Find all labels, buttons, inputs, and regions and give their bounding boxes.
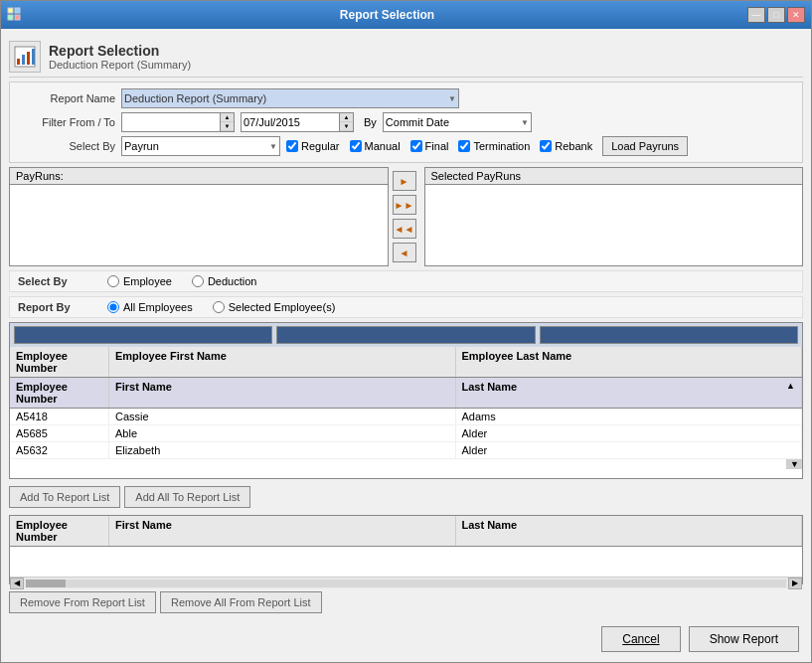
deduction-radio[interactable] — [192, 275, 204, 287]
report-table-header: Employee Number First Name Last Name — [10, 516, 802, 547]
emp-first-cell: Elizabeth — [109, 442, 456, 458]
move-right-one-button[interactable]: ► — [393, 171, 416, 191]
emp-first-cell: Able — [109, 425, 456, 441]
selected-employees-radio[interactable] — [213, 301, 225, 313]
emp-num-cell: A5632 — [10, 442, 109, 458]
final-label: Final — [425, 140, 449, 152]
filter-to-group: ▲ ▼ — [241, 112, 354, 132]
report-list-table: Employee Number First Name Last Name ◀ ▶ — [9, 515, 803, 584]
employee-number-search[interactable] — [14, 326, 272, 344]
minimize-button[interactable]: — — [747, 7, 765, 23]
regular-checkbox[interactable] — [286, 140, 298, 152]
all-employees-label: All Employees — [123, 301, 193, 313]
payruns-body[interactable] — [10, 185, 388, 260]
final-checkbox[interactable] — [410, 140, 422, 152]
scrollbar-track[interactable] — [26, 580, 786, 587]
termination-checkbox[interactable] — [458, 140, 470, 152]
select-by-value: Payrun — [124, 140, 159, 152]
employee-table-body[interactable]: A5418 Cassie Adams A5685 Able Alder A563… — [10, 409, 802, 478]
date-to-spinner[interactable]: ▲ ▼ — [340, 112, 354, 132]
emp-first-sub-header: First Name — [109, 378, 456, 408]
filter-from-group: ▲ ▼ — [121, 112, 235, 132]
manual-label: Manual — [365, 140, 401, 152]
filter-label: Filter From / To — [16, 116, 115, 128]
emp-num-cell: A5418 — [10, 409, 109, 424]
table-row[interactable]: A5418 Cassie Adams — [10, 409, 802, 425]
remove-all-from-report-button[interactable]: Remove All From Report List — [160, 591, 322, 613]
select-by-arrow-icon: ▼ — [269, 142, 277, 151]
all-employees-radio[interactable] — [107, 301, 119, 313]
selected-payruns-body[interactable] — [425, 185, 803, 260]
svg-rect-5 — [17, 59, 20, 65]
select-by-label: Select By — [16, 140, 115, 152]
maximize-button[interactable]: □ — [767, 7, 785, 23]
filter-to-input[interactable] — [241, 112, 340, 132]
scroll-down-icon[interactable]: ▼ — [786, 459, 802, 469]
report-by-label: Report By — [18, 301, 87, 313]
employee-number-header: Employee Number — [10, 347, 109, 377]
filter-from-input[interactable] — [121, 112, 221, 132]
by-label: By — [364, 116, 377, 128]
report-scrollbar: ◀ ▶ — [10, 577, 802, 588]
scrollbar-thumb — [26, 580, 66, 587]
spin-down-icon[interactable]: ▼ — [221, 122, 234, 131]
report-list-body[interactable] — [10, 547, 802, 577]
main-window: Report Selection — □ ✕ Report Selection … — [0, 0, 812, 663]
table-row[interactable]: A5632 Elizabeth Alder — [10, 442, 802, 459]
employee-first-search[interactable] — [276, 326, 535, 344]
svg-rect-8 — [32, 49, 35, 65]
employee-table: Employee Number Employee First Name Empl… — [9, 322, 803, 479]
load-payruns-button[interactable]: Load Payruns — [602, 136, 688, 156]
table-row[interactable]: A5685 Able Alder — [10, 425, 802, 442]
report-name-label: Report Name — [16, 92, 115, 104]
scroll-left-button[interactable]: ◀ — [10, 578, 24, 589]
manual-checkbox-item: Manual — [350, 140, 401, 152]
header-text: Report Selection Deduction Report (Summa… — [49, 43, 191, 71]
rebank-checkbox[interactable] — [540, 140, 552, 152]
remove-buttons-row: Remove From Report List Remove All From … — [9, 588, 803, 616]
commit-date-dropdown[interactable]: Commit Date ▼ — [383, 112, 532, 132]
emp-num-cell: A5685 — [10, 425, 109, 441]
emp-first-cell: Cassie — [109, 409, 456, 424]
emp-num-sub-header: Employee Number — [10, 378, 109, 408]
report-icon — [9, 41, 41, 73]
spin-to-down-icon[interactable]: ▼ — [340, 122, 353, 131]
window-controls: — □ ✕ — [747, 7, 805, 23]
add-all-to-report-button[interactable]: Add All To Report List — [124, 486, 250, 508]
move-left-all-button[interactable]: ◄◄ — [393, 219, 416, 239]
svg-rect-0 — [8, 8, 13, 13]
deduction-radio-item: Deduction — [192, 275, 257, 287]
manual-checkbox[interactable] — [350, 140, 362, 152]
scroll-right-button[interactable]: ▶ — [788, 578, 802, 589]
show-report-button[interactable]: Show Report — [689, 626, 799, 652]
all-employees-radio-item: All Employees — [107, 301, 193, 313]
report-name-dropdown[interactable]: Deduction Report (Summary) ▼ — [121, 88, 459, 108]
svg-rect-1 — [15, 8, 20, 13]
employee-search-row — [10, 323, 802, 347]
emp-last-sub-header: Last Name ▲ — [456, 378, 803, 408]
cancel-button[interactable]: Cancel — [601, 626, 680, 652]
close-button[interactable]: ✕ — [787, 7, 805, 23]
employee-last-header: Employee Last Name — [456, 347, 803, 377]
remove-from-report-button[interactable]: Remove From Report List — [9, 591, 156, 613]
select-by-dropdown[interactable]: Payrun ▼ — [121, 136, 280, 156]
move-right-all-button[interactable]: ►► — [393, 195, 416, 215]
scroll-up-icon[interactable]: ▲ — [786, 381, 795, 405]
date-from-spinner[interactable]: ▲ ▼ — [221, 112, 235, 132]
employee-radio-label: Employee — [123, 275, 172, 287]
dropdown-arrow-icon: ▼ — [448, 94, 456, 103]
employee-last-search[interactable] — [540, 326, 798, 344]
spin-to-up-icon[interactable]: ▲ — [340, 113, 353, 122]
payruns-header: PayRuns: — [10, 168, 388, 185]
spin-up-icon[interactable]: ▲ — [221, 113, 234, 122]
move-left-one-button[interactable]: ◄ — [393, 243, 416, 262]
select-by-section-label: Select By — [18, 275, 87, 287]
window-icon — [7, 7, 23, 23]
add-to-report-button[interactable]: Add To Report List — [9, 486, 120, 508]
svg-rect-6 — [22, 55, 25, 65]
employee-radio-item: Employee — [107, 275, 172, 287]
employee-first-header: Employee First Name — [109, 347, 456, 377]
employee-radio[interactable] — [107, 275, 119, 287]
employee-table-header: Employee Number Employee First Name Empl… — [10, 347, 802, 378]
page-title: Report Selection — [49, 43, 191, 59]
